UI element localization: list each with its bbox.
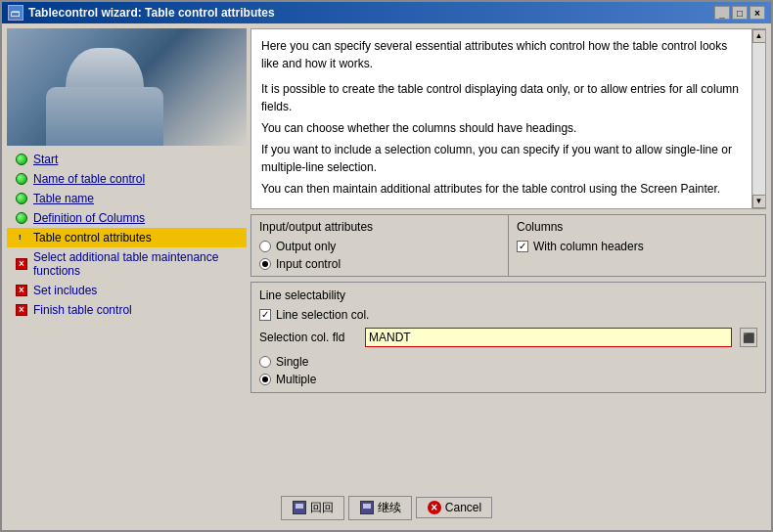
sidebar-item-tablename-label: Table name — [33, 192, 94, 205]
input-output-title: Input/output attributes — [259, 220, 500, 234]
minimize-button[interactable]: _ — [714, 6, 730, 20]
desc-line-2: It is possible to create the table contr… — [261, 80, 740, 115]
with-headers-option[interactable]: With column headers — [517, 240, 757, 253]
additional-status-icon — [15, 257, 28, 271]
input-control-option[interactable]: Input control — [259, 257, 500, 271]
multiple-label: Multiple — [276, 373, 316, 386]
sidebar-item-setincludes-label: Set includes — [33, 284, 97, 297]
description-text: Here you can specify several essential a… — [261, 37, 755, 198]
footer: 回回 继续 Cancel — [7, 490, 766, 525]
window-icon: 🗃 — [8, 5, 23, 21]
scroll-track — [753, 43, 765, 195]
sidebar-item-attrs[interactable]: Table control attributes — [7, 228, 247, 247]
continue-button-label: 继续 — [378, 500, 401, 516]
sidebar-nav: Start Name of table control — [7, 146, 247, 485]
output-only-option[interactable]: Output only — [259, 240, 500, 253]
sidebar-item-start[interactable]: Start — [7, 150, 247, 169]
scroll-down-button[interactable]: ▼ — [752, 195, 766, 208]
maximize-button[interactable]: □ — [732, 6, 748, 20]
continue-floppy-icon — [359, 501, 375, 514]
sidebar-item-name-label: Name of table control — [33, 172, 145, 186]
cancel-icon — [427, 501, 442, 514]
sidebar-item-name[interactable]: Name of table control — [7, 169, 247, 189]
finish-status-icon — [15, 303, 28, 317]
main-area: Start Name of table control — [7, 28, 766, 485]
sidebar-item-setincludes[interactable]: Set includes — [7, 281, 247, 300]
selection-col-fld-row: Selection col. fld ⬛ — [259, 328, 757, 347]
start-status-icon — [15, 153, 28, 166]
title-bar-controls: _ □ × — [714, 6, 765, 20]
sidebar-item-tablename[interactable]: Table name — [7, 189, 247, 208]
continue-button[interactable]: 继续 — [348, 496, 412, 520]
selectability-options: Single Multiple — [259, 355, 757, 386]
output-only-label: Output only — [276, 240, 336, 253]
desc-line-3: You can choose whether the columns shoul… — [261, 119, 740, 137]
back-floppy-icon — [292, 501, 307, 514]
sidebar-item-finish-label: Finish table control — [33, 303, 132, 317]
desc-line-4: If you want to include a selection colum… — [261, 141, 740, 176]
sidebar-item-finish[interactable]: Finish table control — [7, 300, 247, 320]
multiple-option[interactable]: Multiple — [259, 373, 757, 386]
title-bar-left: 🗃 Tablecontrol wizard: Table control att… — [8, 5, 275, 21]
scroll-up-button[interactable]: ▲ — [752, 29, 766, 43]
content-area: Here you can specify several essential a… — [250, 28, 766, 485]
multiple-radio[interactable] — [259, 374, 271, 385]
cancel-button-label: Cancel — [445, 501, 481, 514]
with-headers-label: With column headers — [533, 240, 644, 253]
attributes-section: Input/output attributes Output only Inpu… — [250, 214, 766, 277]
selection-col-fld-input[interactable] — [365, 328, 732, 347]
columns-section: Columns With column headers — [509, 215, 765, 276]
input-control-label: Input control — [276, 257, 341, 271]
selection-col-fld-label: Selection col. fld — [259, 331, 357, 344]
desc-line-1: Here you can specify several essential a… — [261, 37, 740, 72]
sidebar-item-defcols-label: Definition of Columns — [33, 211, 145, 225]
sidebar-decorative-image — [7, 28, 247, 146]
setincludes-status-icon — [15, 284, 28, 297]
cancel-button[interactable]: Cancel — [416, 497, 492, 518]
main-window: 🗃 Tablecontrol wizard: Table control att… — [0, 0, 773, 532]
desc-line-5: You can then maintain additional attribu… — [261, 180, 740, 198]
line-selection-col-option[interactable]: Line selection col. — [259, 308, 757, 322]
single-label: Single — [276, 355, 308, 369]
name-status-icon — [15, 172, 28, 186]
selection-col-fld-button[interactable]: ⬛ — [740, 328, 757, 347]
window-content: Start Name of table control — [2, 23, 771, 530]
line-selection-col-checkbox[interactable] — [259, 309, 271, 321]
line-selectability-title: Line selectability — [259, 288, 757, 302]
input-control-radio[interactable] — [259, 258, 271, 270]
line-selectability-section: Line selectability Line selection col. S… — [250, 282, 766, 393]
back-button[interactable]: 回回 — [281, 496, 344, 520]
sidebar-item-attrs-label: Table control attributes — [33, 231, 152, 244]
attrs-status-icon — [15, 231, 28, 244]
close-button[interactable]: × — [750, 6, 765, 20]
line-selection-col-label: Line selection col. — [276, 308, 369, 322]
with-headers-checkbox[interactable] — [517, 241, 528, 252]
defcols-status-icon — [15, 211, 28, 225]
sidebar: Start Name of table control — [7, 28, 247, 485]
description-box: Here you can specify several essential a… — [250, 28, 766, 209]
sidebar-item-start-label: Start — [33, 153, 58, 166]
output-only-radio[interactable] — [259, 241, 271, 252]
description-scrollbar: ▲ ▼ — [751, 29, 765, 208]
input-output-section: Input/output attributes Output only Inpu… — [251, 215, 509, 276]
window-title: Tablecontrol wizard: Table control attri… — [28, 6, 275, 20]
single-option[interactable]: Single — [259, 355, 757, 369]
title-bar: 🗃 Tablecontrol wizard: Table control att… — [2, 2, 771, 23]
input-output-options: Output only Input control — [259, 240, 500, 271]
sidebar-item-additional-label: Select additional table maintenance func… — [33, 250, 239, 278]
back-button-label: 回回 — [310, 500, 334, 516]
sidebar-item-additional[interactable]: Select additional table maintenance func… — [7, 247, 247, 281]
columns-title: Columns — [517, 220, 757, 234]
sidebar-item-defcols[interactable]: Definition of Columns — [7, 208, 247, 228]
single-radio[interactable] — [259, 356, 271, 368]
tablename-status-icon — [15, 192, 28, 205]
